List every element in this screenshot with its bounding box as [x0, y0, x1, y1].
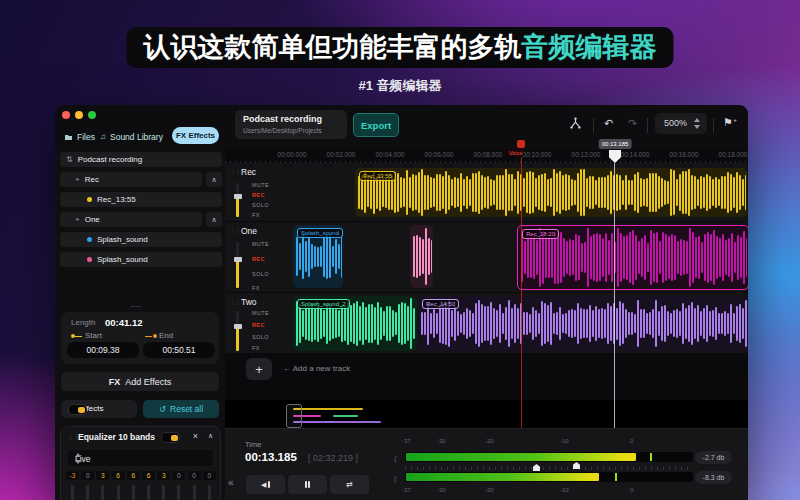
- eq-slider-rail[interactable]: [193, 485, 196, 500]
- reset-all-button[interactable]: ↺ Reset all: [143, 400, 219, 418]
- time-label: Time: [245, 440, 261, 449]
- add-effects-button[interactable]: FX Add Effects: [61, 372, 219, 391]
- track-mute-button[interactable]: MUTE: [252, 310, 269, 316]
- tree-item-one[interactable]: +One: [60, 212, 202, 227]
- meter-scale-label: -20: [485, 438, 494, 444]
- fx-badge: FX: [109, 377, 121, 387]
- tree-item-rec[interactable]: +Rec: [60, 172, 202, 187]
- meter-right-db: -8.3 db: [695, 471, 732, 484]
- eq-slider-rail[interactable]: [117, 485, 120, 500]
- split-clip-icon[interactable]: [569, 117, 582, 134]
- track-fx-button[interactable]: FX: [252, 285, 260, 291]
- timeline-minimap[interactable]: [225, 400, 748, 428]
- meter-left-db: -2.7 db: [695, 451, 732, 464]
- tree-item-splash-sound[interactable]: Splash_sound: [60, 252, 222, 267]
- track-solo-button[interactable]: SOLO: [252, 334, 269, 340]
- start-time-field[interactable]: 00:09.38: [67, 342, 139, 358]
- redo-icon[interactable]: ↷: [628, 116, 637, 131]
- zoom-level-select[interactable]: 500%: [655, 113, 707, 134]
- toolbar-divider: [647, 118, 648, 133]
- track-name: Two: [241, 297, 257, 307]
- export-button[interactable]: Export: [353, 113, 399, 137]
- clip-one-magenta-selected[interactable]: Rec_18:20: [517, 225, 748, 290]
- eq-band-value: 0: [81, 471, 94, 480]
- ruler-label: 00:10.000: [523, 151, 552, 158]
- volume-slider-handle[interactable]: [234, 257, 242, 262]
- voice-marker-flag-icon[interactable]: [517, 140, 525, 148]
- project-info-box[interactable]: Podcast recording Users/Me/Desktop/Proje…: [235, 110, 347, 139]
- stepper-icon: [75, 452, 82, 465]
- eq-slider-rail[interactable]: [177, 485, 180, 500]
- eq-slider-rail[interactable]: [147, 485, 150, 500]
- track-rec-button[interactable]: REC: [252, 192, 265, 198]
- eq-slider-rail[interactable]: [101, 485, 104, 500]
- clip-length-card: Length 00:41.12 Start End 00:09.38 00:50…: [61, 312, 219, 364]
- screenshot-root: 认识这款简单但功能丰富的多轨音频编辑器 #1 音频编辑器 Files ♫ Sou…: [0, 0, 800, 500]
- add-marker-flag-icon[interactable]: ⚑+: [723, 115, 733, 130]
- tree-item-podcast-recording[interactable]: ⇅Podcast recording: [60, 152, 222, 167]
- track-rec-button[interactable]: REC: [252, 256, 265, 262]
- tab-sound-library[interactable]: ♫ Sound Library: [100, 129, 163, 144]
- all-effects-toggle[interactable]: [68, 404, 87, 415]
- eq-slider-rail[interactable]: [71, 485, 74, 500]
- track-solo-button[interactable]: SOLO: [252, 202, 269, 208]
- track-fx-button[interactable]: FX: [252, 212, 260, 218]
- loop-button[interactable]: ⇄: [330, 475, 369, 494]
- close-window-button[interactable]: [62, 111, 70, 119]
- skip-back-button[interactable]: ◀: [246, 475, 285, 494]
- collapse-panel-icon[interactable]: «: [228, 477, 234, 488]
- minimap-viewport[interactable]: [286, 404, 302, 428]
- eq-slider-rail[interactable]: [86, 485, 89, 500]
- tree-item-splash-sound[interactable]: Splash_sound: [60, 232, 222, 247]
- close-icon[interactable]: ×: [193, 431, 198, 441]
- eq-slider-rail[interactable]: [162, 485, 165, 500]
- meter-scale-label: -10: [560, 487, 569, 493]
- end-time-field[interactable]: 00:50.51: [143, 342, 215, 358]
- eq-band-value: 0: [203, 471, 216, 480]
- volume-slider-handle[interactable]: [234, 324, 242, 329]
- drag-handle-icon[interactable]: ⋮⋮: [230, 298, 240, 305]
- stepper-icon: [694, 117, 701, 130]
- add-track-label: ← Add a new track: [283, 364, 350, 373]
- collapse-chevron-icon[interactable]: ∧: [206, 172, 222, 187]
- track-volume-slider[interactable]: [236, 183, 239, 217]
- clip-two-purple[interactable]: Rec_14:50: [418, 296, 748, 351]
- track-volume-slider[interactable]: [236, 242, 239, 288]
- tab-fx-effects-label: FX Effects: [176, 131, 215, 140]
- equalizer-toggle[interactable]: [161, 432, 180, 443]
- track-solo-button[interactable]: SOLO: [252, 271, 269, 277]
- ruler-label: 00:18.000: [719, 151, 748, 158]
- zoom-window-button[interactable]: [88, 111, 96, 119]
- toolbar-divider: [713, 118, 714, 133]
- undo-icon[interactable]: ↶: [604, 116, 613, 131]
- ruler-label: 00:14.000: [621, 151, 650, 158]
- drag-handle-icon[interactable]: ⋮⋮: [230, 168, 240, 175]
- drag-handle-icon[interactable]: ⋮⋮: [230, 227, 240, 234]
- eq-preset-select[interactable]: Live: [68, 450, 213, 466]
- track-volume-slider[interactable]: [236, 311, 239, 351]
- clip-one-pink[interactable]: [410, 225, 433, 288]
- meter-marker-handle[interactable]: [533, 464, 540, 471]
- track-mute-button[interactable]: MUTE: [252, 182, 269, 188]
- clip-two-green[interactable]: Splash_sound_2: [293, 296, 417, 351]
- track-fx-button[interactable]: FX: [252, 345, 260, 351]
- track-mute-button[interactable]: MUTE: [252, 241, 269, 247]
- eq-slider-rail[interactable]: [208, 485, 211, 500]
- panel-resize-handle[interactable]: ┄┄: [131, 303, 141, 311]
- volume-slider-handle[interactable]: [234, 194, 242, 199]
- pause-button[interactable]: [288, 475, 327, 494]
- collapse-chevron-icon[interactable]: ∧: [206, 212, 222, 227]
- eq-slider-rail[interactable]: [132, 485, 135, 500]
- clip-one-blue[interactable]: Splash_sound: [293, 225, 343, 288]
- reset-all-label: Reset all: [170, 404, 203, 414]
- collapse-chevron-icon[interactable]: ∧: [208, 432, 213, 440]
- eq-band-value: 6: [112, 471, 125, 480]
- tab-files[interactable]: Files: [64, 129, 95, 144]
- tree-item-rec-13-55[interactable]: Rec_13:55: [60, 192, 222, 207]
- minimize-window-button[interactable]: [75, 111, 83, 119]
- tab-fx-effects[interactable]: FX Effects: [172, 127, 219, 144]
- add-track-button[interactable]: +: [246, 358, 272, 380]
- track-rec-button[interactable]: REC: [252, 322, 265, 328]
- meter-marker-handle[interactable]: [573, 462, 580, 469]
- clip-rec-yellow[interactable]: Rec_13:55: [355, 168, 747, 217]
